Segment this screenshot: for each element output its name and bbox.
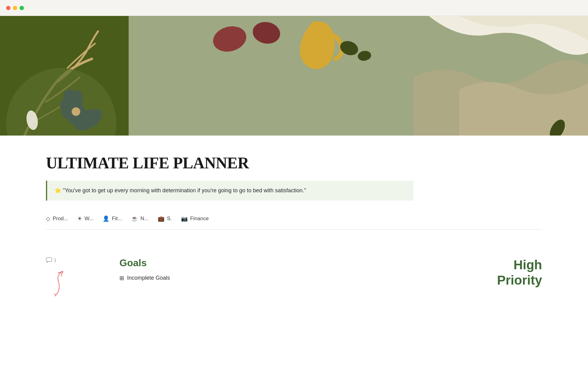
quote-text: ⭐ "You've got to get up every morning wi… — [55, 187, 306, 194]
page-title: ULTIMATE LIFE PLANNER — [46, 154, 542, 172]
window-chrome — [0, 0, 588, 16]
goals-title: Goals — [119, 257, 485, 269]
tab-finance[interactable]: 📷 Finance — [181, 213, 218, 224]
tab-wellness[interactable]: ☀ W... — [77, 213, 103, 224]
quote-block: ⭐ "You've got to get up every morning wi… — [46, 181, 413, 201]
priority-title: High Priority — [497, 257, 542, 288]
tab-fitness-label: Fit... — [112, 216, 122, 222]
hero-illustration — [0, 16, 588, 136]
sketch-area: 1 — [46, 257, 107, 303]
tab-productivity-label: Prod... — [53, 216, 68, 222]
fitness-icon: 👤 — [103, 215, 109, 222]
content-area: ULTIMATE LIFE PLANNER ⭐ "You've got to g… — [0, 136, 588, 248]
priority-section: High Priority — [497, 257, 542, 288]
comment-badge: 1 — [46, 257, 107, 263]
productivity-icon: ◇ — [46, 215, 50, 222]
table-icon: ⊞ — [119, 275, 124, 282]
tab-social-label: S. — [167, 216, 172, 222]
comment-count: 1 — [54, 257, 56, 263]
tab-fitness[interactable]: 👤 Fit... — [103, 213, 131, 224]
svg-rect-16 — [46, 258, 52, 262]
sketch-arrow — [46, 265, 95, 302]
main-content: ULTIMATE LIFE PLANNER ⭐ "You've got to g… — [0, 0, 588, 312]
tab-nutrition-label: N... — [140, 216, 148, 222]
tab-productivity[interactable]: ◇ Prod... — [46, 213, 77, 224]
close-button[interactable] — [6, 6, 10, 10]
maximize-button[interactable] — [20, 6, 24, 10]
hero-banner — [0, 16, 588, 136]
quote-content: "You've got to get up every morning with… — [63, 187, 306, 194]
wellness-icon: ☀ — [77, 215, 82, 222]
social-icon: 💼 — [158, 215, 164, 222]
nav-tabs: ◇ Prod... ☀ W... 👤 Fit... ☕ N... 💼 S. 📷 — [46, 213, 542, 230]
traffic-lights — [6, 6, 24, 10]
priority-label: Priority — [497, 273, 542, 287]
goals-section: Goals ⊞ Incomplete Goals — [119, 257, 485, 282]
svg-point-9 — [72, 107, 80, 116]
priority-high: High — [514, 258, 542, 272]
bottom-section: 1 Goals ⊞ Incomplete Goals High Priority — [0, 248, 588, 312]
comment-icon — [46, 257, 52, 263]
nutrition-icon: ☕ — [131, 215, 138, 222]
tab-finance-label: Finance — [190, 216, 209, 222]
incomplete-goals-label: Incomplete Goals — [127, 275, 170, 281]
quote-icon: ⭐ — [55, 187, 61, 194]
goals-incomplete-item[interactable]: ⊞ Incomplete Goals — [119, 275, 485, 282]
tab-nutrition[interactable]: ☕ N... — [131, 213, 157, 224]
tab-social[interactable]: 💼 S. — [158, 213, 181, 224]
minimize-button[interactable] — [13, 6, 17, 10]
tab-wellness-label: W... — [85, 216, 93, 222]
finance-icon: 📷 — [181, 215, 188, 222]
